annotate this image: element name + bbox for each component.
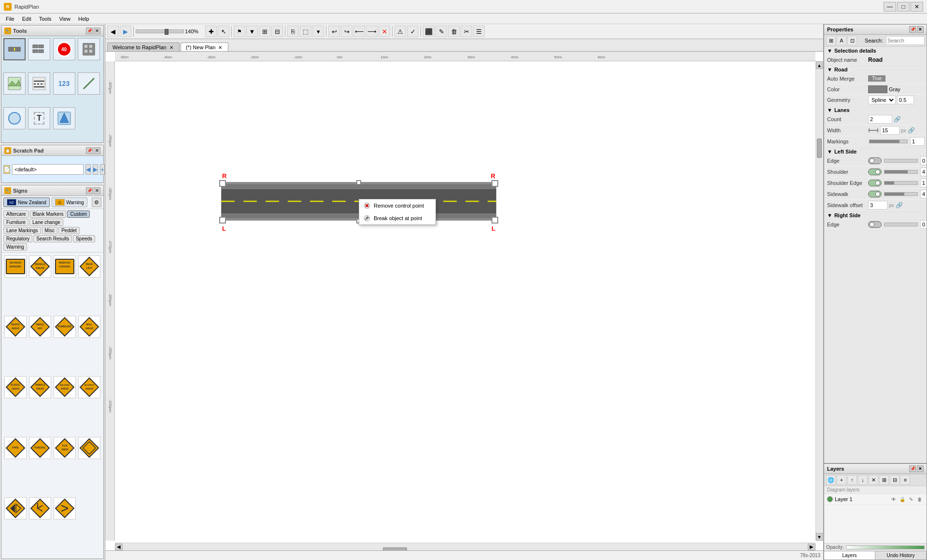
- tag-regulatory[interactable]: Regulatory: [3, 235, 32, 242]
- corner-br[interactable]: [492, 217, 498, 224]
- signs-menu-btn[interactable]: ⚙: [92, 197, 101, 207]
- tools-close-btn[interactable]: ✕: [94, 28, 100, 34]
- toolbar-cut-btn[interactable]: ✂: [461, 26, 472, 37]
- toolbar-move3-btn[interactable]: ⟵: [353, 26, 365, 37]
- canvas-main[interactable]: R R L L: [115, 61, 815, 541]
- color-swatch[interactable]: [868, 85, 887, 93]
- right-edge-toggle[interactable]: [868, 221, 882, 228]
- scratch-pin-btn[interactable]: 📌: [86, 147, 93, 154]
- tab-new-plan[interactable]: (*) New Plan ✕: [181, 42, 229, 51]
- ctx-remove-control[interactable]: Remove control point: [359, 199, 435, 212]
- sign-item-18[interactable]: [29, 497, 52, 556]
- v-scrollbar[interactable]: ▲ ▼: [815, 61, 823, 541]
- tag-search-results[interactable]: Search Results: [33, 235, 72, 242]
- count-input[interactable]: [868, 115, 892, 124]
- scratch-next-btn[interactable]: ▶: [93, 164, 98, 175]
- section-road-header[interactable]: ▼ Road: [824, 66, 927, 73]
- zoom-thumb[interactable]: [165, 29, 169, 35]
- props-search-input[interactable]: [886, 36, 925, 45]
- sign-item-11[interactable]: WALKWAY AHEAD: [54, 376, 76, 434]
- toolbar-check-btn[interactable]: ✓: [407, 26, 419, 37]
- sign-item-9[interactable]: SCHOOL AHEAD: [4, 376, 27, 434]
- width-input[interactable]: [880, 126, 899, 135]
- toolbar-grid-btn[interactable]: ⊞: [259, 26, 270, 37]
- section-right-header[interactable]: ▼ Right Side: [824, 211, 927, 219]
- left-se-input[interactable]: [920, 179, 927, 187]
- sign-item-16[interactable]: [78, 437, 100, 495]
- geometry-num-input[interactable]: [897, 96, 914, 104]
- left-edge-slider[interactable]: [884, 159, 918, 163]
- sign-item-7[interactable]: RUMBLERS: [54, 316, 76, 374]
- scroll-right-btn[interactable]: ▶: [808, 544, 815, 550]
- left-se-toggle[interactable]: [868, 180, 882, 186]
- menu-view[interactable]: View: [55, 15, 74, 23]
- section-left-header[interactable]: ▼ Left Side: [824, 148, 927, 155]
- zoom-bar[interactable]: [136, 29, 184, 33]
- corner-tr[interactable]: [492, 180, 498, 187]
- line-tool[interactable]: [78, 72, 100, 95]
- opacity-slider[interactable]: [846, 546, 925, 549]
- toolbar-trash-btn[interactable]: 🗑: [448, 26, 460, 37]
- props-tb-1[interactable]: ⊞: [826, 36, 836, 45]
- signs-tab-nz[interactable]: NZ New Zealand: [3, 197, 50, 207]
- toolbar-cursor-btn[interactable]: ↖: [218, 26, 229, 37]
- v-scroll-thumb[interactable]: [817, 139, 822, 158]
- toolbar-copy2-btn[interactable]: ⬚: [300, 26, 311, 37]
- sign-item-4[interactable]: BEAR LEFT: [78, 255, 100, 314]
- sign-item-8[interactable]: MALL AHEAD: [78, 316, 100, 374]
- tag-aftercare[interactable]: Aftercare: [3, 210, 29, 218]
- layers-tb-2[interactable]: +: [837, 475, 846, 485]
- scroll-left-btn[interactable]: ◀: [115, 544, 123, 550]
- layers-pin-btn[interactable]: 📌: [909, 465, 916, 472]
- section-selection-header[interactable]: ▼ Selection details: [824, 47, 927, 55]
- toolbar-table-btn[interactable]: ⊟: [271, 26, 283, 37]
- scroll-down-btn[interactable]: ▼: [816, 533, 823, 541]
- layers-tab-layers[interactable]: Layers: [824, 551, 875, 560]
- ctx-break-object[interactable]: Break object at point: [359, 212, 435, 224]
- number-tool[interactable]: 123: [53, 72, 75, 95]
- tab-welcome-close[interactable]: ✕: [169, 44, 174, 50]
- tag-peddet[interactable]: Peddet: [58, 227, 80, 234]
- props-pin-btn[interactable]: 📌: [909, 26, 916, 33]
- scratch-add-btn[interactable]: +: [100, 164, 105, 175]
- h-scrollbar[interactable]: ◀ ▶: [115, 543, 815, 550]
- props-close-btn[interactable]: ✕: [917, 26, 924, 33]
- toolbar-alert-btn[interactable]: ⚠: [394, 26, 406, 37]
- toolbar-add-btn[interactable]: ✚: [205, 26, 217, 37]
- left-edge-input[interactable]: [920, 156, 927, 165]
- layers-tb-6[interactable]: ⊞: [879, 475, 889, 485]
- signs-pin-btn[interactable]: 📌: [86, 187, 93, 194]
- circle-tool[interactable]: [3, 107, 26, 129]
- menu-tools[interactable]: Tools: [35, 15, 56, 23]
- sign-item-3[interactable]: WHEN DAY CHANGED: [54, 255, 76, 314]
- layer-edit-btn[interactable]: ✎: [907, 495, 915, 503]
- texture-tool[interactable]: [78, 38, 100, 60]
- signs-close-btn[interactable]: ✕: [94, 187, 100, 194]
- layers-tb-7[interactable]: ⊟: [890, 475, 899, 485]
- layers-tb-3[interactable]: ↑: [847, 475, 857, 485]
- tag-warning[interactable]: Warning: [3, 243, 27, 251]
- layers-tab-undo[interactable]: Undo History: [875, 551, 927, 560]
- toolbar-export-btn[interactable]: ⬛: [423, 26, 435, 37]
- scratch-close-btn[interactable]: ✕: [94, 147, 100, 154]
- speed-sign-tool[interactable]: 40: [53, 38, 75, 60]
- markings-slider[interactable]: [869, 140, 908, 143]
- sign-item-15[interactable]: FILM CREW: [54, 437, 76, 495]
- menu-edit[interactable]: Edit: [18, 15, 35, 23]
- scratch-input[interactable]: [12, 164, 84, 175]
- corner-bl[interactable]: [219, 217, 226, 224]
- tag-custom[interactable]: Custom: [67, 210, 89, 218]
- left-shoulder-toggle[interactable]: [868, 168, 882, 175]
- layers-tb-5[interactable]: ✕: [869, 475, 878, 485]
- toolbar-dropdown-btn[interactable]: ▾: [312, 26, 324, 37]
- layer-vis-btn[interactable]: 👁: [890, 495, 898, 503]
- tag-lane-markings[interactable]: Lane Markings: [3, 227, 41, 234]
- symbol-tool[interactable]: [53, 107, 75, 129]
- left-shoulder-input[interactable]: [920, 168, 927, 176]
- h-scroll-thumb[interactable]: [383, 547, 407, 551]
- geometry-select[interactable]: Spline Linear: [868, 96, 896, 104]
- toolbar-delete-btn[interactable]: ✕: [379, 26, 390, 37]
- markings-input[interactable]: [910, 137, 925, 146]
- tag-blank-markers[interactable]: Blank Markers: [30, 210, 67, 218]
- layer-item-1[interactable]: Layer 1 👁 🔒 ✎ 🗑: [824, 494, 927, 505]
